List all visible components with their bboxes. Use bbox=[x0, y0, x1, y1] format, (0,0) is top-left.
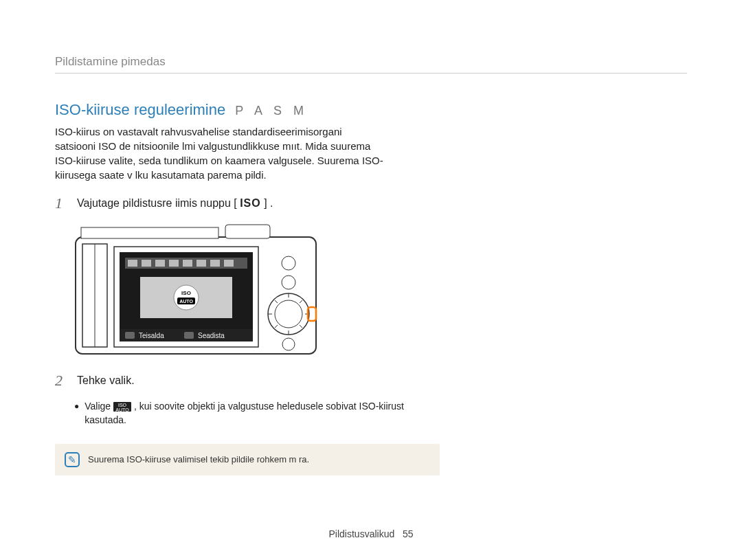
seadista-label: Seadista bbox=[198, 332, 225, 339]
step-number: 2 bbox=[55, 372, 67, 390]
step-2: 2 Tehke valik. bbox=[55, 372, 687, 390]
step-1: 1 Vajutage pildistusre iimis nuppu [ ISO… bbox=[55, 194, 687, 212]
footer-page: 55 bbox=[403, 528, 414, 539]
step-2-bullet: ● Valige ISOAUTO , kui soovite objekti j… bbox=[74, 399, 687, 427]
svg-rect-15 bbox=[224, 260, 234, 267]
camera-illustration: ISO AUTO Teisalda Seadista bbox=[74, 222, 687, 359]
svg-rect-8 bbox=[128, 260, 137, 267]
step-text: Tehke valik. bbox=[77, 372, 135, 390]
svg-point-25 bbox=[275, 300, 302, 328]
iso-text-top: ISO bbox=[181, 290, 191, 296]
svg-rect-20 bbox=[125, 332, 135, 339]
iso-auto-icon: ISOAUTO bbox=[113, 402, 131, 412]
bullet-before: Valige bbox=[85, 401, 113, 412]
svg-rect-14 bbox=[210, 260, 220, 267]
page-header: Pildistamine pimedas bbox=[55, 55, 687, 74]
note-icon: ✎ bbox=[65, 452, 80, 467]
camera-svg: ISO AUTO Teisalda Seadista bbox=[74, 222, 322, 359]
section-title-text: ISO-kiiruse reguleerimine bbox=[55, 101, 225, 119]
bullet-dot-icon: ● bbox=[74, 399, 79, 427]
note-box: ✎ Suurema ISO-kiiruse valimisel tekib pi… bbox=[55, 444, 440, 475]
footer-label: Pildistusvalikud bbox=[329, 528, 395, 539]
svg-point-23 bbox=[282, 276, 295, 289]
svg-rect-12 bbox=[183, 260, 192, 267]
svg-point-22 bbox=[282, 256, 295, 270]
svg-rect-13 bbox=[196, 260, 206, 267]
mode-indicators: P A S M bbox=[235, 104, 308, 118]
bullet-text: Valige ISOAUTO , kui soovite objekti ja … bbox=[85, 399, 418, 427]
svg-point-35 bbox=[282, 338, 295, 350]
step1-text-before: Vajutage pildistusre iimis nuppu [ bbox=[77, 197, 237, 209]
svg-rect-10 bbox=[155, 260, 165, 267]
note-text: Suurema ISO-kiiruse valimisel tekib pild… bbox=[88, 454, 309, 464]
svg-rect-21 bbox=[184, 332, 194, 339]
iso-button-label: ISO bbox=[240, 197, 261, 209]
iso-text-bottom: AUTO bbox=[179, 299, 193, 304]
teisalda-label: Teisalda bbox=[139, 332, 164, 339]
bullet-after: , kui soovite objekti ja valgustuse hele… bbox=[85, 401, 404, 425]
section-heading: ISO-kiiruse reguleerimine P A S M bbox=[55, 101, 687, 119]
svg-rect-1 bbox=[81, 227, 218, 238]
step1-text-after: ] . bbox=[264, 197, 273, 209]
page-footer: Pildistusvalikud 55 bbox=[0, 528, 742, 539]
svg-rect-11 bbox=[169, 260, 179, 267]
svg-rect-2 bbox=[225, 225, 270, 238]
svg-rect-9 bbox=[142, 260, 151, 267]
step-number: 1 bbox=[55, 194, 67, 212]
step-text: Vajutage pildistusre iimis nuppu [ ISO ]… bbox=[77, 194, 273, 212]
intro-paragraph: ISO-kiirus on vastavalt rahvusvahelise s… bbox=[55, 124, 385, 182]
